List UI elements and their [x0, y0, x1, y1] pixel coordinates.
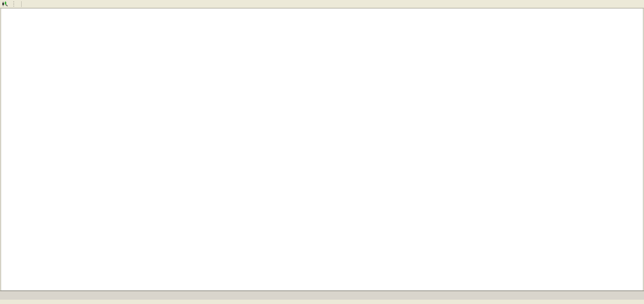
toolbar-separator — [21, 1, 22, 7]
tab-scroll-controls — [634, 299, 644, 300]
chart-canvas — [0, 0, 644, 304]
mt4-window: { "toolbar": { "timeframes": ["M1","M5",… — [0, 0, 644, 304]
toolbar-grip[interactable] — [13, 1, 16, 7]
candlestick-cursor-icon[interactable] — [1, 1, 9, 7]
tabbar-stub — [0, 291, 3, 300]
timeframe-toolbar — [0, 0, 644, 8]
tabs-row — [3, 291, 634, 300]
chart-window-background — [1, 8, 643, 291]
symbol-tabbar — [0, 291, 644, 300]
